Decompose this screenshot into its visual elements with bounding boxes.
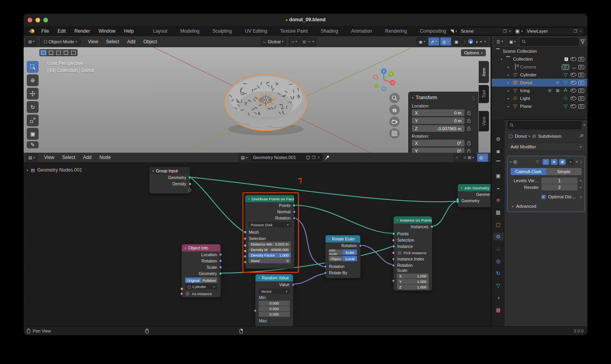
socket-location-out[interactable] [219, 253, 222, 256]
node-join-geometry[interactable]: ▾Join Geometry Geome Geometry [457, 184, 491, 207]
disable-in-render-icon[interactable] [578, 104, 584, 109]
workspace-tab-uv-editing[interactable]: UV Editing [241, 27, 271, 35]
viewport-menu-object[interactable]: Object [140, 38, 161, 45]
disable-in-render-icon[interactable] [578, 81, 584, 85]
options-button[interactable]: Options▾ [461, 49, 486, 56]
viewport-menu-add[interactable]: Add [124, 38, 139, 45]
breadcrumb-object[interactable]: Donut [515, 134, 527, 139]
lock-icon[interactable] [467, 126, 471, 131]
donut-object[interactable] [209, 66, 323, 141]
shading-material-icon[interactable]: ◑ [475, 39, 478, 44]
show-gizmo-dropdown[interactable]: ◉▾ [417, 37, 428, 46]
breadcrumb-chevron-icon[interactable]: ▸ [27, 168, 28, 172]
editor-type-geometry-nodes[interactable]: ▤▾ [26, 153, 37, 162]
view-layer-browse-chevron[interactable]: ▾ [521, 30, 523, 33]
new-view-layer-icon[interactable]: ❐ [574, 29, 577, 33]
tab-tool[interactable]: ⚙ [493, 135, 504, 143]
socket-geometry-out[interactable] [188, 176, 191, 179]
outliner-row-collection[interactable]: ▾ ▔ Collection ✓ [492, 55, 587, 63]
socket-distance-min-in[interactable] [244, 244, 247, 247]
workspace-tab-modeling[interactable]: Modeling [176, 27, 204, 35]
seed-field[interactable]: Seed0 [248, 258, 291, 263]
node-menu-add[interactable]: Add [80, 154, 95, 161]
socket-rotation-out[interactable] [293, 216, 296, 220]
socket-points-out[interactable] [293, 204, 296, 207]
remove-view-layer-icon[interactable]: × [579, 29, 582, 33]
node-snap-group[interactable]: ∩⊞▾ [461, 153, 476, 162]
modifier-grip-icon[interactable]: ⣿ [580, 160, 582, 164]
outliner-row-light[interactable]: ▸ ☉ Light ☉ [492, 94, 587, 102]
gizmos-toggle[interactable]: ↗▾ [428, 37, 439, 46]
select-mode-box-chip[interactable] [48, 50, 54, 55]
cursor-tool[interactable]: ⊕ [27, 74, 39, 86]
socket-selection-in[interactable] [392, 238, 396, 242]
properties-options-chevron[interactable]: ▾ [583, 123, 585, 127]
modifier-extras-dropdown[interactable]: ▾ [567, 159, 574, 165]
hide-in-viewport-icon[interactable] [570, 96, 576, 100]
socket-object-in[interactable] [180, 287, 183, 290]
socket-geometry-multi-in[interactable] [456, 198, 459, 203]
type-axis-angle-button[interactable]: Axis Angle [329, 249, 343, 255]
node-menu-select[interactable]: Select [59, 154, 79, 161]
socket-instance-in[interactable] [392, 245, 395, 248]
workspace-tab-compositing[interactable]: Compositing [416, 27, 448, 35]
mode-dropdown[interactable]: ▢Object Mode▾ [40, 37, 81, 46]
transform-panel-collapse-chevron[interactable]: ▾ [412, 96, 413, 100]
realtime-display-toggle[interactable]: ◙ [551, 159, 557, 165]
hide-in-viewport-icon[interactable] [570, 73, 576, 77]
view-layer-selector[interactable]: ViewLayer ❐ × [524, 27, 584, 35]
pick-instance-checkbox[interactable] [397, 251, 402, 255]
socket-value-out[interactable] [291, 283, 295, 286]
go-to-parent-tree-button[interactable]: ↑ [454, 153, 460, 162]
outliner-row-donut[interactable]: ▸ ▽ Donut ⚙ ▽ [492, 79, 587, 87]
socket-density-factor-in[interactable] [243, 255, 247, 259]
disclosure-icon[interactable]: ▸ [507, 81, 510, 85]
workspace-tab-sculpting[interactable]: Sculpting [209, 27, 236, 35]
tab-view-layer[interactable]: ▣ [493, 172, 504, 179]
viewport-menu-view[interactable]: View [85, 38, 102, 45]
menu-window[interactable]: Window [94, 27, 120, 35]
workspace-tab-shading[interactable]: Shading [317, 27, 342, 35]
rotate-tool[interactable]: ↻ [27, 101, 39, 113]
node-overlays-toggle[interactable]: ◎▾ [477, 153, 488, 162]
sidebar-tab-tool[interactable]: Tool [479, 85, 489, 103]
disclosure-icon[interactable]: ▸ [507, 73, 510, 77]
disable-in-render-icon[interactable] [578, 65, 584, 69]
disable-in-render-icon[interactable] [578, 96, 584, 101]
density-max-field[interactable]: Density M40000.000 [248, 247, 291, 252]
advanced-section-row[interactable]: ▸ Advanced [512, 204, 581, 209]
menu-help[interactable]: Help [120, 27, 138, 35]
socket-points-in[interactable] [392, 232, 395, 235]
menu-file[interactable]: File [37, 27, 53, 35]
tab-particles[interactable]: ∴ [493, 245, 504, 253]
distribute-method-dropdown[interactable]: Poisson Disk▾ [248, 222, 291, 227]
disable-in-render-icon[interactable] [578, 73, 584, 77]
node-menu-node[interactable]: Node [96, 154, 114, 161]
transform-orientation-dropdown[interactable]: ∟Global▾ [261, 37, 286, 46]
socket-scale-out[interactable] [219, 266, 222, 269]
tab-physics[interactable]: ◎ [493, 257, 504, 265]
transform-tool[interactable]: ▣ [27, 128, 39, 140]
outliner-search-input[interactable] [520, 38, 579, 46]
shading-rendered-icon[interactable]: ◓ [480, 39, 482, 44]
menu-edit[interactable]: Edit [53, 27, 70, 35]
outliner-row-scene-collection[interactable]: ▔ Scene Collection [492, 47, 587, 55]
socket-rotation-out[interactable] [219, 259, 222, 262]
toggle-perspective-button[interactable] [389, 128, 400, 139]
outliner-row-icing[interactable]: ▸ ▽ Icing ⚙ ▦ ⁂ [492, 87, 587, 94]
select-mode-lasso-chip[interactable] [63, 50, 69, 55]
socket-instances-out[interactable] [430, 225, 433, 228]
scene-selector[interactable]: Scene ❐ × [459, 27, 514, 35]
move-tool[interactable] [27, 88, 39, 100]
socket-as-instance-in[interactable] [180, 292, 184, 296]
lock-icon[interactable] [467, 118, 471, 123]
pin-icon[interactable] [325, 155, 330, 160]
outliner-row-camera[interactable]: ▸ Camera [492, 63, 587, 71]
active-camera-icon[interactable] [561, 64, 570, 70]
unlink-scene-icon[interactable]: × [509, 29, 511, 33]
random-value-type-dropdown[interactable]: Vector▾ [259, 288, 290, 294]
rotation-y-field[interactable]: Y0° [412, 148, 465, 153]
tab-render[interactable]: ◙ [493, 147, 504, 155]
scale-vector-fields[interactable]: X1.000 Y1.000 Z1.000 [397, 273, 429, 290]
distance-min-field[interactable]: Distance Min0.003 m [248, 242, 291, 247]
